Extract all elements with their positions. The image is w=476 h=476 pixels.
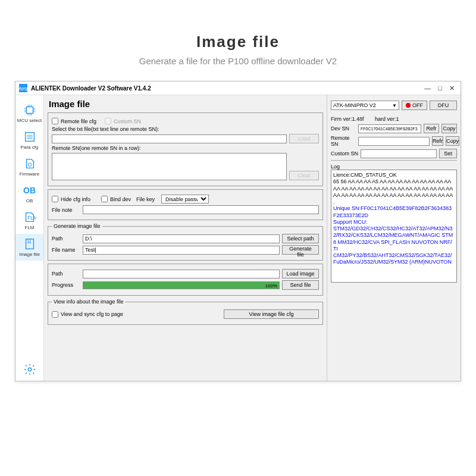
remote-file-cfg-checkbox[interactable] xyxy=(52,118,58,124)
gear-icon xyxy=(23,363,36,376)
ob-icon: OB xyxy=(23,184,36,197)
remote-sn-input[interactable] xyxy=(358,137,430,146)
path-input[interactable] xyxy=(83,234,280,243)
maximize-icon[interactable]: □ xyxy=(438,84,442,92)
progress-bar: 100% xyxy=(83,281,280,289)
refr-button-1[interactable]: Refr xyxy=(424,124,439,133)
load-path-input[interactable] xyxy=(83,270,280,278)
generate-group: Generate image file Path Select path Fil… xyxy=(48,223,323,261)
log-line: STM32/GD32/CH32/CS32/HC32/AT32/APM32/N32… xyxy=(333,226,455,252)
log-line: Support MCU: xyxy=(333,219,455,226)
sidebar-item-ob[interactable]: OB OB xyxy=(15,180,43,207)
bind-dev-label: Bind dev xyxy=(110,196,134,202)
bookmark-icon xyxy=(23,237,36,250)
svg-rect-0 xyxy=(26,107,33,114)
copy-button-1[interactable]: Copy xyxy=(441,124,457,133)
sidebar-item-settings[interactable] xyxy=(15,359,43,381)
path2-label: Path xyxy=(52,271,80,277)
titlebar: Aprg ALIENTEK Downloader V2 Software V1.… xyxy=(15,82,461,95)
close-icon[interactable]: ✕ xyxy=(449,84,455,92)
custom-sn-input[interactable] xyxy=(361,149,437,158)
sidebar-item-label: Firmware xyxy=(20,171,39,177)
record-icon xyxy=(406,103,411,108)
cfg-group: Hide cfg info Bind dev File key Disable … xyxy=(48,189,323,220)
sidebar-item-image-file[interactable]: Image file xyxy=(15,234,43,261)
banner: Image file Generate a file for the P100 … xyxy=(0,0,476,75)
minimize-icon[interactable]: — xyxy=(424,84,431,92)
sidebar-item-label: MCU select xyxy=(17,118,42,123)
generate-file-button[interactable]: Generate file xyxy=(282,245,319,255)
log-line: 65 56 AA AA AA A5 AA AA AA AA AA AA AA A… xyxy=(333,178,455,205)
bind-dev-checkbox[interactable] xyxy=(101,196,108,202)
load-button: Load xyxy=(289,134,319,143)
set-button[interactable]: Set xyxy=(439,149,457,158)
sidebar-item-flm[interactable]: FLM FLM xyxy=(15,207,43,234)
sidebar-item-label: Para cfg xyxy=(21,145,39,150)
svg-point-17 xyxy=(28,163,32,167)
custom-sn-label: Custom SN xyxy=(114,118,142,124)
file-key-select[interactable]: Disable passw xyxy=(161,195,209,203)
remote-file-group: Remote file cfg Custom SN Select the txt… xyxy=(48,112,323,186)
chip-icon xyxy=(23,104,36,117)
log-box: Lience:CMD_STATUS_OK 65 56 AA AA AA A5 A… xyxy=(331,170,457,283)
sidebar-item-firmware[interactable]: Firmware xyxy=(15,154,43,180)
dfu-button[interactable]: DFU xyxy=(430,101,457,110)
send-file-button[interactable]: Send file xyxy=(282,280,319,290)
page-title: Image file xyxy=(49,99,323,109)
firmware-icon xyxy=(23,157,36,170)
load-send-group: Path Load image Progress 100% Send file xyxy=(48,264,323,296)
log-line: Unique SN:FF0C17041C4B5E39F82B2F3634383F… xyxy=(333,205,455,219)
sidebar-item-label: Image file xyxy=(19,252,40,257)
txt-file-input[interactable] xyxy=(52,134,287,143)
remote-sn-label: Remote SN(one remote SN in a row): xyxy=(52,145,141,151)
select-txt-label: Select the txt file(txt text line one re… xyxy=(52,126,159,132)
file-name-label: File name xyxy=(52,247,80,253)
flm-icon: FLM xyxy=(23,211,36,224)
svg-point-20 xyxy=(28,368,32,371)
main-panel: Image file Remote file cfg Custom SN Sel… xyxy=(44,95,327,381)
refr-button-2[interactable]: Refr xyxy=(432,136,443,146)
banner-subtitle: Generate a file for the P100 offline dow… xyxy=(0,56,476,66)
clear-button: Clear xyxy=(289,171,319,180)
view-info-legend: View info about the image file xyxy=(52,299,125,305)
file-key-label: File key xyxy=(136,196,159,202)
custom-sn-label2: Custom SN xyxy=(331,151,358,156)
custom-sn-checkbox xyxy=(105,118,111,124)
log-line: Lience:CMD_STATUS_OK xyxy=(333,172,455,178)
generate-legend: Generate image file xyxy=(52,223,102,229)
view-sync-checkbox[interactable] xyxy=(52,311,58,318)
sidebar-item-mcu-select[interactable]: MCU select xyxy=(15,100,43,127)
sidebar-item-para-cfg[interactable]: Para cfg xyxy=(15,127,43,154)
banner-title: Image file xyxy=(0,33,476,51)
hard-ver-label: hard ver:1 xyxy=(375,116,403,122)
view-image-cfg-button[interactable]: View image file cfg xyxy=(224,309,319,319)
device-dropdown[interactable]: ATK-MINIPRO V2 ▼ xyxy=(331,101,399,110)
remote-sn-label2: Remote SN xyxy=(331,135,356,147)
file-note-input[interactable] xyxy=(83,205,319,214)
view-sync-label: View and sync cfg to page xyxy=(61,311,132,317)
dev-sn-label: Dev SN xyxy=(331,126,356,131)
file-name-input[interactable] xyxy=(83,246,280,255)
hide-cfg-checkbox[interactable] xyxy=(52,196,58,202)
sidebar-item-label: OB xyxy=(26,198,33,203)
remote-sn-textarea[interactable] xyxy=(52,153,287,180)
svg-text:FLM: FLM xyxy=(27,215,36,221)
path-label: Path xyxy=(52,236,80,242)
select-path-button[interactable]: Select path xyxy=(282,234,319,243)
right-panel: ATK-MINIPRO V2 ▼ OFF DFU Firm ver:1.48f … xyxy=(327,95,461,381)
progress-text: 100% xyxy=(265,282,277,290)
file-note-label: File note xyxy=(52,207,80,213)
copy-button-2[interactable]: Copy xyxy=(446,136,459,146)
app-window: Aprg ALIENTEK Downloader V2 Software V1.… xyxy=(15,81,461,381)
off-button[interactable]: OFF xyxy=(402,101,427,110)
load-image-button[interactable]: Load image xyxy=(282,269,319,278)
firm-ver-label: Firm ver:1.48f xyxy=(331,116,372,122)
remote-file-cfg-label: Remote file cfg xyxy=(61,118,102,124)
log-label: Log xyxy=(331,164,340,170)
sidebar: MCU select Para cfg Firmware OB OB FLM F… xyxy=(15,95,44,381)
dev-sn-input[interactable] xyxy=(358,124,421,133)
view-info-group: View info about the image file View and … xyxy=(48,299,323,325)
log-line: CM32/PY32/BS32/AHT32/CMS32/SGK32/TAE32/F… xyxy=(333,252,455,266)
svg-rect-19 xyxy=(26,239,33,249)
app-icon: Aprg xyxy=(19,84,27,92)
